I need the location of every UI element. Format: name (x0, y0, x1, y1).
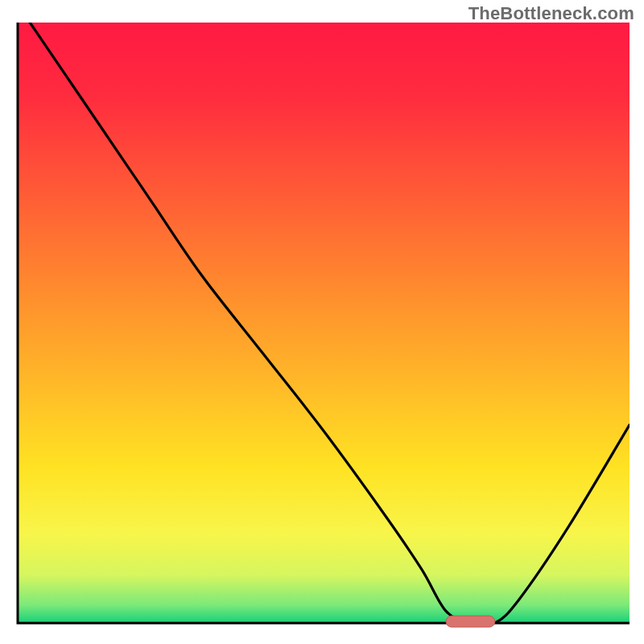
plot-background (18, 23, 630, 623)
optimal-range-marker (446, 616, 495, 627)
bottleneck-chart (0, 0, 644, 644)
watermark-text: TheBottleneck.com (469, 3, 634, 24)
chart-container: { "watermark": "TheBottleneck.com", "col… (0, 0, 644, 644)
